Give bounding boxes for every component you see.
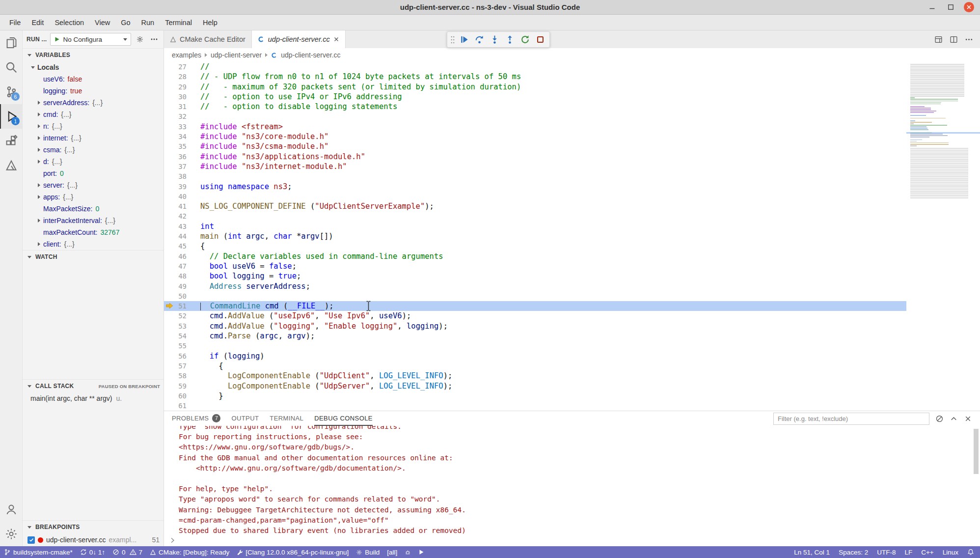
code-line[interactable]: 39using namespace ns3; [164,182,906,192]
code-line[interactable]: 46 // Declare variables used in command-… [164,251,906,261]
line-number-gutter[interactable]: 49 [164,281,195,291]
variable-row[interactable]: csma:{...} [23,144,163,156]
code-line[interactable]: 43int [164,222,906,231]
line-number-gutter[interactable]: 31 [164,102,195,112]
line-number-gutter[interactable]: 30 [164,92,195,102]
line-number-gutter[interactable]: 53 [164,321,195,331]
language-mode[interactable]: C++ [921,549,934,556]
line-number-gutter[interactable]: 46 [164,251,195,261]
sync-status[interactable]: 0↓ 1↑ [80,549,105,556]
variable-row[interactable]: cmd:{...} [23,109,163,120]
maximize-icon[interactable] [945,2,956,13]
line-number-gutter[interactable]: 39 [164,182,195,192]
stop-icon[interactable] [533,33,547,47]
menu-item-file[interactable]: File [4,15,26,30]
code-line[interactable]: 55 [164,341,906,351]
code-line[interactable]: 27// [164,62,906,72]
line-number-gutter[interactable]: 45 [164,241,195,251]
code-editor[interactable]: 27//28// - UDP flow from n0 to n1 of 102… [164,62,906,411]
variable-row[interactable]: logging:true [23,85,163,97]
line-number-gutter[interactable]: 32 [164,112,195,121]
build-target[interactable]: [all] [387,549,397,556]
variable-row[interactable]: serverAddress:{...} [23,97,163,109]
line-number-gutter[interactable]: 51 [164,301,195,311]
debug-console[interactable]: Type "show configuration" for configurat… [164,426,980,546]
line-number-gutter[interactable]: 35 [164,141,195,151]
code-line[interactable]: 50 [164,291,906,301]
line-number-gutter[interactable]: 47 [164,261,195,271]
panel-tab-debug-console[interactable]: DEBUG CONSOLE [314,411,373,426]
menu-item-selection[interactable]: Selection [49,15,89,30]
line-number-gutter[interactable]: 43 [164,222,195,231]
line-number-gutter[interactable]: 50 [164,291,195,301]
code-line[interactable]: 42 [164,211,906,221]
more-actions-icon[interactable] [965,35,973,44]
line-number-gutter[interactable]: 40 [164,192,195,201]
code-line[interactable]: 61 [164,401,906,411]
variables-section-header[interactable]: VARIABLES [23,48,163,61]
variable-row[interactable]: apps:{...} [23,191,163,203]
code-line[interactable]: 59 LogComponentEnable ("UdpServer", LOG_… [164,381,906,391]
code-line[interactable]: 30// - option to use IPv4 or IPv6 addres… [164,92,906,102]
code-line[interactable]: 47 bool useV6 = false; [164,261,906,271]
line-number-gutter[interactable]: 33 [164,122,195,132]
line-number-gutter[interactable]: 54 [164,331,195,341]
tab-cmake-cache-editor[interactable]: CMake Cache Editor [164,30,252,48]
extensions-icon[interactable] [0,129,22,153]
indentation-status[interactable]: Spaces: 2 [839,549,868,556]
code-line[interactable]: 48 bool logging = true; [164,271,906,281]
code-line[interactable]: 44main (int argc, char *argv[]) [164,231,906,241]
close-panel-icon[interactable] [964,415,972,423]
code-line[interactable]: 60 } [164,391,906,401]
notifications-bell-icon[interactable] [967,549,974,556]
debug-target-button[interactable] [405,549,411,556]
code-line[interactable]: 57 { [164,361,906,371]
variable-row[interactable]: d:{...} [23,156,163,167]
menu-item-run[interactable]: Run [136,15,160,30]
code-line[interactable]: 33#include <fstream> [164,122,906,132]
line-number-gutter[interactable]: 36 [164,152,195,162]
step-into-icon[interactable] [488,33,501,47]
breakpoint-checkbox[interactable] [27,536,35,544]
line-number-gutter[interactable]: 28 [164,72,195,82]
breadcrumb-item[interactable]: udp-client-server [211,51,262,59]
code-line[interactable]: 51 CommandLine cmd (__FILE__); [164,301,906,311]
build-button[interactable]: Build [356,549,380,556]
account-icon[interactable] [0,497,22,522]
watch-section-header[interactable]: WATCH [23,250,163,263]
code-line[interactable]: 53 cmd.AddValue ("logging", "Enable logg… [164,321,906,331]
breakpoint-row[interactable]: udp-client-server.cc exampl... 51 [23,533,163,546]
variable-row[interactable]: port:0 [23,167,163,179]
close-tab-icon[interactable] [333,36,339,42]
customize-layout-icon[interactable] [934,35,943,44]
line-number-gutter[interactable]: 42 [164,211,195,221]
encoding-status[interactable]: UTF-8 [877,549,896,556]
code-line[interactable]: 40 [164,192,906,201]
variable-row[interactable]: n:{...} [23,120,163,132]
cursor-position[interactable]: Ln 51, Col 1 [794,549,830,556]
run-and-debug-icon[interactable]: 1 [0,104,22,129]
console-filter-input[interactable] [773,413,929,425]
debug-gear-icon[interactable] [135,34,145,45]
console-scrollbar[interactable] [974,429,979,474]
code-line[interactable]: 37#include "ns3/internet-module.h" [164,162,906,171]
panel-tab-terminal[interactable]: TERMINAL [270,411,303,426]
line-number-gutter[interactable]: 58 [164,371,195,381]
close-icon[interactable] [964,2,974,12]
variable-row[interactable]: server:{...} [23,179,163,191]
breadcrumb-item[interactable]: examples [172,51,201,59]
line-number-gutter[interactable]: 56 [164,351,195,361]
breakpoints-section-header[interactable]: BREAKPOINTS [23,520,163,533]
os-indicator[interactable]: Linux [943,549,958,556]
menu-item-help[interactable]: Help [197,15,223,30]
code-line[interactable]: 35#include "ns3/csma-module.h" [164,141,906,151]
menu-item-view[interactable]: View [89,15,115,30]
line-number-gutter[interactable]: 27 [164,62,195,72]
code-line[interactable]: 58 LogComponentEnable ("UdpClient", LOG_… [164,371,906,381]
panel-tab-problems[interactable]: PROBLEMS7 [172,411,220,426]
code-line[interactable]: 45{ [164,241,906,251]
variable-row[interactable]: internet:{...} [23,132,163,144]
line-number-gutter[interactable]: 60 [164,391,195,401]
eol-status[interactable]: LF [904,549,912,556]
cmake-status[interactable]: CMake: [Debug]: Ready [150,549,229,556]
